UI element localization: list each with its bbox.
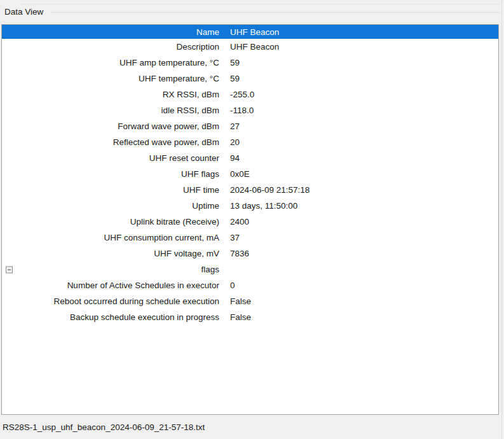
row-value: False (230, 296, 251, 306)
row-value: 27 (230, 122, 240, 131)
top-divider-line (19, 4, 500, 4)
row-value: 59 (230, 58, 240, 67)
row-label: UHF amp temperature, °C (2, 58, 219, 67)
row-value: UHF Beacon (230, 42, 279, 52)
row-label: Name (2, 27, 219, 37)
grid-row[interactable]: Uplink bitrate (Receive)2400 (2, 214, 498, 230)
row-value: False (230, 312, 251, 322)
row-value: 2400 (230, 217, 249, 226)
row-value: 37 (230, 233, 240, 242)
row-label: UHF voltage, mV (2, 249, 219, 258)
row-label: UHF temperature, °C (2, 74, 219, 83)
row-label: Number of Active Schedules in executor (2, 281, 219, 290)
row-label: UHF flags (2, 169, 219, 179)
row-label: Description (2, 42, 219, 52)
row-value: 59 (230, 74, 240, 83)
grid-row[interactable]: idle RSSI, dBm-118.0 (2, 102, 498, 118)
grid-row[interactable]: UHF flags0x0E (2, 166, 498, 182)
row-label: UHF reset counter (2, 153, 219, 163)
grid-row[interactable]: UHF amp temperature, °C59 (2, 55, 498, 71)
row-value: 0 (230, 281, 235, 290)
row-label: idle RSSI, dBm (2, 106, 219, 115)
property-grid-rows: NameUHF BeaconDescriptionUHF BeaconUHF a… (2, 25, 498, 325)
row-value: 20 (230, 137, 240, 147)
grid-row[interactable]: DescriptionUHF Beacon (2, 39, 498, 55)
grid-row[interactable]: UHF consumption current, mA37 (2, 230, 498, 246)
row-value: 7836 (230, 249, 249, 258)
grid-row[interactable]: UHF time2024-06-09 21:57:18 (2, 182, 498, 198)
row-label: RX RSSI, dBm (2, 90, 219, 99)
grid-row[interactable]: UHF temperature, °C59 (2, 71, 498, 87)
data-view-window: Data View NameUHF BeaconDescriptionUHF B… (0, 0, 504, 439)
grid-row[interactable]: UHF voltage, mV7836 (2, 246, 498, 261)
row-label: Reboot occurred during schedule executio… (2, 296, 219, 306)
collapse-expander-icon[interactable] (6, 266, 13, 273)
row-value: -118.0 (230, 106, 254, 115)
grid-row[interactable]: Forward wave power, dBm27 (2, 118, 498, 134)
grid-row[interactable]: Backup schedule execution in progressFal… (2, 309, 498, 325)
property-grid-panel: NameUHF BeaconDescriptionUHF BeaconUHF a… (1, 24, 499, 415)
row-label: UHF consumption current, mA (2, 233, 219, 242)
row-value: 0x0E (230, 169, 250, 179)
minus-glyph (8, 269, 11, 270)
row-value: 94 (230, 153, 240, 163)
row-label: Forward wave power, dBm (2, 122, 219, 131)
row-value: 2024-06-09 21:57:18 (230, 185, 310, 195)
grid-row[interactable]: Number of Active Schedules in executor0 (2, 277, 498, 293)
grid-row[interactable]: Reboot occurred during schedule executio… (2, 293, 498, 309)
right-divider-line (501, 0, 502, 439)
panel-title: Data View (4, 7, 46, 17)
status-filename: RS28S-1_usp_uhf_beacon_2024-06-09_21-57-… (3, 422, 205, 433)
grid-row-selected[interactable]: NameUHF Beacon (2, 25, 498, 39)
row-label: Uplink bitrate (Receive) (2, 217, 219, 226)
row-value: -255.0 (230, 90, 254, 99)
row-value: 13 days, 11:50:00 (230, 201, 297, 211)
row-label: UHF time (2, 185, 219, 195)
grid-row[interactable]: UHF reset counter94 (2, 150, 498, 166)
grid-row[interactable]: RX RSSI, dBm-255.0 (2, 87, 498, 102)
grid-row[interactable]: flags (2, 261, 498, 277)
row-label: Backup schedule execution in progress (2, 312, 219, 322)
row-value: UHF Beacon (230, 27, 279, 37)
grid-row[interactable]: Reflected wave power, dBm20 (2, 134, 498, 150)
row-label: Reflected wave power, dBm (2, 137, 219, 147)
row-label: Uptime (2, 201, 219, 211)
row-label: flags (2, 265, 219, 274)
grid-row[interactable]: Uptime13 days, 11:50:00 (2, 198, 498, 214)
groupbox-legend-line (50, 12, 500, 13)
